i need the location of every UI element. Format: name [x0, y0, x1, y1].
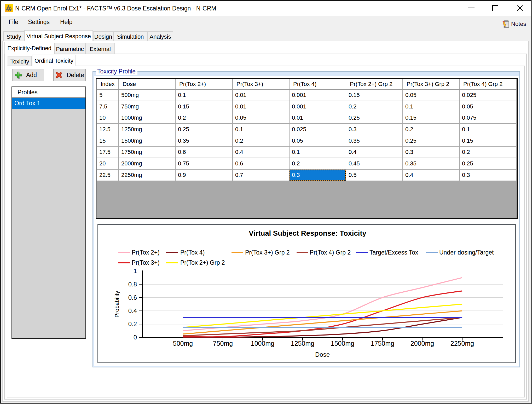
svg-text:Pr(Tox 3+): Pr(Tox 3+) [132, 259, 160, 266]
svg-text:2000mg: 2000mg [410, 340, 434, 347]
svg-text:1250mg: 1250mg [291, 340, 314, 347]
svg-text:0.2: 0.2 [128, 320, 137, 327]
svg-text:Under-dosing/Target: Under-dosing/Target [439, 249, 494, 256]
svg-text:0: 0 [134, 334, 137, 341]
svg-text:2250mg: 2250mg [450, 340, 474, 347]
svg-text:Pr(Tox 4) Grp 2: Pr(Tox 4) Grp 2 [310, 249, 351, 256]
svg-text:750mg: 750mg [213, 340, 233, 347]
svg-text:Dose: Dose [315, 351, 330, 358]
svg-text:Pr(Tox 3+) Grp 2: Pr(Tox 3+) Grp 2 [245, 249, 290, 256]
svg-text:1: 1 [134, 267, 137, 274]
svg-text:1000mg: 1000mg [251, 340, 274, 347]
svg-text:1750mg: 1750mg [371, 340, 394, 347]
svg-text:Probability: Probability [114, 291, 120, 318]
svg-text:Virtual Subject Response: Toxi: Virtual Subject Response: Toxicity [249, 229, 366, 237]
svg-text:Target/Excess Tox: Target/Excess Tox [369, 249, 418, 256]
svg-text:Pr(Tox 4): Pr(Tox 4) [180, 249, 205, 256]
svg-text:Pr(Tox 2+): Pr(Tox 2+) [132, 249, 160, 256]
svg-text:0.4: 0.4 [128, 307, 137, 314]
svg-text:500mg: 500mg [173, 340, 193, 347]
svg-text:1500mg: 1500mg [331, 340, 354, 347]
svg-text:Pr(Tox 2+) Grp 2: Pr(Tox 2+) Grp 2 [180, 259, 225, 266]
svg-text:0.8: 0.8 [128, 281, 137, 288]
svg-text:0.6: 0.6 [128, 294, 137, 301]
